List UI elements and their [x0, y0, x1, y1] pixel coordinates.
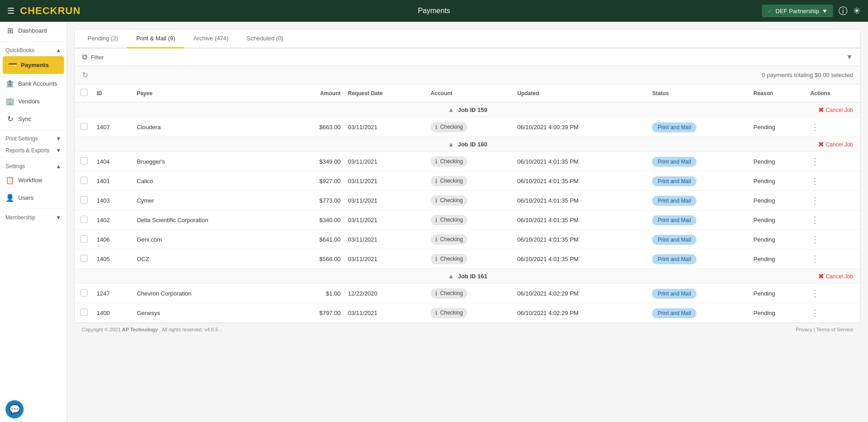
more-actions-button[interactable]: ⋮ [810, 215, 820, 225]
row-id: 1247 [93, 284, 133, 303]
more-actions-button[interactable]: ⋮ [810, 176, 820, 186]
status-badge[interactable]: Print and Mail [652, 289, 696, 299]
account-info-icon[interactable]: ℹ [435, 310, 437, 316]
more-actions-button[interactable]: ⋮ [810, 308, 820, 318]
more-actions-button[interactable]: ⋮ [810, 195, 820, 205]
row-request-date: 03/11/2021 [344, 210, 427, 230]
cancel-job-button[interactable]: ✖ Cancel Job [818, 106, 853, 114]
more-actions-button[interactable]: ⋮ [810, 156, 820, 166]
sidebar-item-vendors[interactable]: 🏢 Vendors [0, 92, 67, 110]
row-status: Print and Mail [648, 249, 750, 269]
status-badge[interactable]: Print and Mail [652, 196, 696, 206]
tab-scheduled[interactable]: Scheduled (0) [238, 29, 293, 49]
expand-icon[interactable]: ▼ [846, 53, 853, 61]
row-reason: Pending [750, 303, 807, 323]
sidebar-item-dashboard[interactable]: ⊞ Dashboard [0, 22, 67, 39]
sidebar-item-workflow[interactable]: 📋 Workflow [0, 171, 67, 189]
row-checkbox[interactable] [80, 255, 88, 262]
row-actions: ⋮ [807, 249, 860, 269]
status-badge[interactable]: Print and Mail [652, 215, 696, 225]
row-checkbox-cell[interactable] [75, 249, 93, 269]
row-amount: $566.00 [288, 249, 344, 269]
tab-archive[interactable]: Archive (474) [184, 29, 237, 49]
privacy-link[interactable]: Privacy [796, 327, 812, 332]
status-badge[interactable]: Print and Mail [652, 254, 696, 264]
cancel-job-button[interactable]: ✖ Cancel Job [818, 272, 853, 281]
col-request-date: Request Date [344, 84, 427, 102]
company-selector[interactable]: ✓ DEF Partnership ▼ [762, 5, 833, 17]
account-info-icon[interactable]: ℹ [435, 178, 437, 184]
print-settings-section[interactable]: Print Settings ▼ [0, 132, 67, 144]
row-checkbox[interactable] [80, 216, 88, 223]
row-checkbox-cell[interactable] [75, 284, 93, 303]
row-checkbox[interactable] [80, 177, 88, 184]
row-checkbox[interactable] [80, 196, 88, 204]
row-amount: $663.00 [288, 117, 344, 137]
sidebar-item-bank-accounts[interactable]: 🏦 Bank Accounts [0, 75, 67, 92]
tos-link[interactable]: Terms of Service [816, 327, 853, 332]
chat-button[interactable]: 💬 [5, 400, 24, 418]
row-status: Print and Mail [648, 117, 750, 137]
notifications-icon[interactable]: ✳ [853, 5, 861, 16]
cancel-icon: ✖ [818, 140, 824, 149]
row-amount: $349.00 [288, 152, 344, 171]
sidebar-label-users: Users [18, 194, 34, 201]
table-row: 1404 Bruegger's $349.00 03/11/2021 ℹ Che… [75, 152, 860, 171]
sidebar-item-users[interactable]: 👤 Users [0, 189, 67, 207]
filter-button[interactable]: ⧉ Filter [82, 53, 104, 61]
row-updated: 06/10/2021 4:02:29 PM [514, 303, 648, 323]
row-checkbox[interactable] [80, 309, 88, 316]
more-actions-button[interactable]: ⋮ [810, 254, 820, 264]
row-actions: ⋮ [807, 210, 860, 230]
row-checkbox-cell[interactable] [75, 171, 93, 191]
row-id: 1402 [93, 210, 133, 230]
account-info-icon[interactable]: ℹ [435, 256, 437, 262]
row-account: ℹ Checking [427, 117, 514, 137]
more-actions-button[interactable]: ⋮ [810, 288, 820, 298]
row-checkbox-cell[interactable] [75, 210, 93, 230]
job-id-label: Job ID 161 [458, 273, 487, 280]
membership-section[interactable]: Membership ▼ [0, 211, 67, 223]
select-all-checkbox[interactable] [80, 89, 88, 96]
row-checkbox-cell[interactable] [75, 303, 93, 323]
status-badge[interactable]: Print and Mail [652, 235, 696, 245]
row-checkbox-cell[interactable] [75, 117, 93, 137]
more-actions-button[interactable]: ⋮ [810, 122, 820, 132]
collapse-icon[interactable]: ▲ [448, 272, 454, 280]
account-info-icon[interactable]: ℹ [435, 197, 437, 204]
col-checkbox[interactable] [75, 84, 93, 102]
row-checkbox[interactable] [80, 289, 88, 296]
tab-print-mail[interactable]: Print & Mail (9) [127, 29, 184, 49]
quickbooks-section[interactable]: QuickBooks ▲ [0, 44, 67, 55]
row-checkbox-cell[interactable] [75, 191, 93, 210]
row-checkbox[interactable] [80, 235, 88, 243]
collapse-icon[interactable]: ▲ [448, 106, 454, 113]
row-checkbox[interactable] [80, 123, 88, 130]
tab-pending[interactable]: Pending (2) [78, 29, 127, 49]
row-id: 1401 [93, 171, 133, 191]
row-updated: 06/10/2021 4:01:35 PM [514, 249, 648, 269]
cancel-job-button[interactable]: ✖ Cancel Job [818, 140, 853, 149]
status-badge[interactable]: Print and Mail [652, 157, 696, 167]
row-checkbox-cell[interactable] [75, 230, 93, 249]
account-info-icon[interactable]: ℹ [435, 124, 437, 131]
sidebar-item-sync[interactable]: ↻ Sync [0, 110, 67, 128]
help-icon[interactable]: ⓘ [839, 5, 848, 17]
account-info-icon[interactable]: ℹ [435, 236, 437, 243]
account-info-icon[interactable]: ℹ [435, 217, 437, 223]
more-actions-button[interactable]: ⋮ [810, 234, 820, 244]
refresh-icon[interactable]: ↻ [82, 71, 88, 79]
account-info-icon[interactable]: ℹ [435, 290, 437, 297]
account-info-icon[interactable]: ℹ [435, 158, 437, 165]
status-badge[interactable]: Print and Mail [652, 122, 696, 132]
menu-icon[interactable]: ☰ [7, 6, 15, 16]
sidebar-item-payments[interactable]: 💳 Payments [3, 56, 64, 74]
collapse-icon[interactable]: ▲ [448, 141, 454, 148]
row-checkbox[interactable] [80, 157, 88, 165]
status-badge[interactable]: Print and Mail [652, 308, 696, 318]
status-badge[interactable]: Print and Mail [652, 176, 696, 186]
settings-section[interactable]: Settings ▲ [0, 160, 67, 171]
row-updated: 06/10/2021 4:01:35 PM [514, 230, 648, 249]
reports-exports-section[interactable]: Reports & Exports ▼ [0, 144, 67, 155]
row-checkbox-cell[interactable] [75, 152, 93, 171]
